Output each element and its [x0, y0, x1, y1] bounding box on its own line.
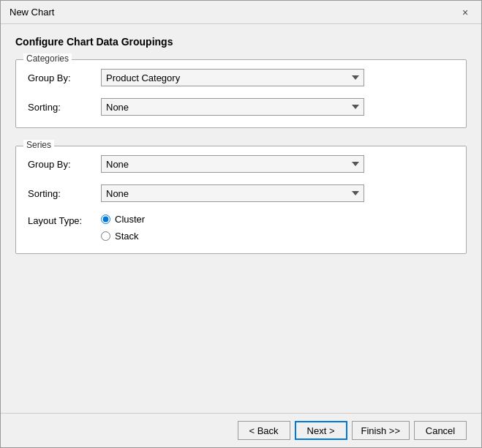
title-bar: New Chart × — [1, 1, 481, 24]
categories-sorting-select[interactable]: None Ascending Descending — [101, 98, 364, 116]
categories-group: Categories Group By: Product Category No… — [15, 59, 467, 128]
next-button[interactable]: Next > — [295, 421, 347, 440]
cancel-button[interactable]: Cancel — [414, 421, 467, 440]
categories-group-by-label: Group By: — [28, 72, 101, 83]
layout-cluster-option[interactable]: Cluster — [101, 214, 145, 225]
finish-button-label: Finish >> — [361, 425, 400, 436]
series-sorting-label: Sorting: — [28, 188, 101, 199]
series-sorting-select[interactable]: None Ascending Descending — [101, 184, 364, 202]
layout-cluster-label: Cluster — [115, 214, 145, 225]
layout-stack-label: Stack — [115, 231, 139, 242]
dialog-content: Configure Chart Data Groupings Categorie… — [1, 24, 481, 413]
dialog-title-bar-text: New Chart — [10, 7, 54, 18]
back-button[interactable]: < Back — [238, 421, 290, 440]
categories-group-by-row: Group By: Product Category None — [28, 69, 454, 86]
layout-type-radio-group: Cluster Stack — [101, 214, 145, 242]
series-group-by-row: Group By: None Product Category — [28, 155, 454, 173]
series-sorting-row: Sorting: None Ascending Descending — [28, 184, 454, 202]
layout-type-row: Layout Type: Cluster Stack — [28, 214, 454, 242]
categories-sorting-row: Sorting: None Ascending Descending — [28, 98, 454, 116]
categories-group-by-select[interactable]: Product Category None — [101, 69, 364, 86]
series-legend: Series — [23, 140, 54, 150]
series-group-by-label: Group By: — [28, 159, 101, 170]
layout-stack-radio[interactable] — [101, 231, 110, 241]
series-group: Series Group By: None Product Category S… — [15, 146, 467, 254]
layout-cluster-radio[interactable] — [101, 214, 110, 224]
back-button-label: < Back — [249, 425, 278, 436]
finish-button[interactable]: Finish >> — [352, 421, 410, 440]
new-chart-dialog: New Chart × Configure Chart Data Groupin… — [0, 0, 482, 448]
next-button-label: Next > — [307, 425, 335, 436]
dialog-heading: Configure Chart Data Groupings — [15, 36, 467, 48]
cancel-button-label: Cancel — [426, 425, 455, 436]
close-icon: × — [462, 7, 468, 18]
close-button[interactable]: × — [458, 5, 472, 20]
categories-legend: Categories — [23, 53, 72, 64]
categories-sorting-label: Sorting: — [28, 102, 101, 113]
series-group-by-select[interactable]: None Product Category — [101, 155, 364, 173]
dialog-footer: < Back Next > Finish >> Cancel — [1, 413, 481, 447]
layout-type-label: Layout Type: — [28, 214, 101, 226]
layout-stack-option[interactable]: Stack — [101, 231, 145, 242]
